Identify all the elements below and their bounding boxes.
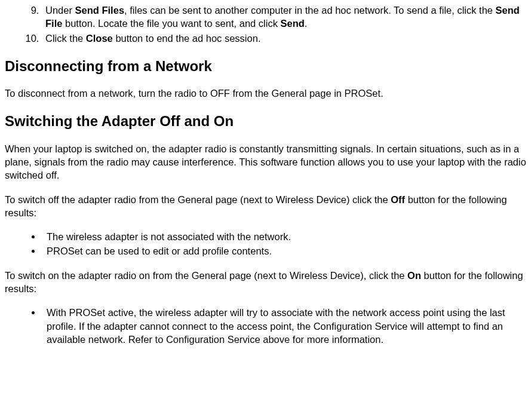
paragraph-on: To switch on the adapter radio on from t… xyxy=(5,269,528,296)
step-9-text-pre: Under xyxy=(45,5,75,16)
step-9: Under Send Files, files can be sent to a… xyxy=(42,4,528,30)
off-bullet-1: The wireless adapter is not associated w… xyxy=(42,230,528,243)
paragraph-on-bold: On xyxy=(407,270,421,281)
step-10-text-post: button to end the ad hoc session. xyxy=(113,33,261,44)
paragraph-on-pre: To switch on the adapter radio on from t… xyxy=(5,270,407,281)
step-9-text-mid2: button. Locate the file you want to sent… xyxy=(62,18,280,29)
on-results-list: With PROSet active, the wireless adapter… xyxy=(5,306,528,346)
off-results-list: The wireless adapter is not associated w… xyxy=(5,230,528,258)
paragraph-switch-intro: When your laptop is switched on, the ada… xyxy=(5,142,528,182)
numbered-steps: Under Send Files, files can be sent to a… xyxy=(5,4,528,45)
step-9-bold-sendfiles: Send Files xyxy=(75,5,125,16)
off-bullet-2: PROSet can be used to edit or add profil… xyxy=(42,244,528,257)
step-9-text-mid1: , files can be sent to another computer … xyxy=(124,5,496,16)
step-9-bold-send: Send xyxy=(281,18,305,29)
paragraph-off-pre: To switch off the adapter radio from the… xyxy=(5,194,391,205)
step-9-text-post: . xyxy=(305,18,308,29)
step-10-bold-close: Close xyxy=(86,33,113,44)
step-10: Click the Close button to end the ad hoc… xyxy=(42,32,528,45)
heading-switching: Switching the Adapter Off and On xyxy=(5,112,528,131)
heading-disconnecting: Disconnecting from a Network xyxy=(5,57,528,76)
on-bullet-1: With PROSet active, the wireless adapter… xyxy=(42,306,528,346)
paragraph-disconnect: To disconnect from a network, turn the r… xyxy=(5,87,528,100)
paragraph-off: To switch off the adapter radio from the… xyxy=(5,193,528,220)
paragraph-off-bold: Off xyxy=(391,194,405,205)
step-10-text-pre: Click the xyxy=(45,33,86,44)
